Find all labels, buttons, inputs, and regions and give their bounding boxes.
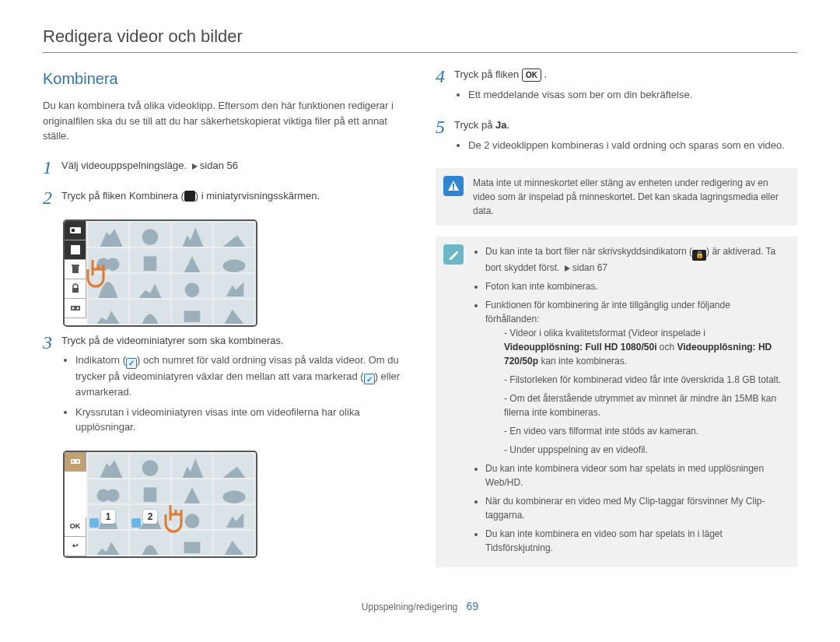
step-5-bold: Ja	[495, 119, 506, 131]
thumbnail-screen-2: OK ↩ 1 2	[63, 451, 257, 558]
step-5-bullet-1: De 2 videoklippen kombineras i vald ordn…	[468, 138, 797, 153]
note-bullet-4: Du kan inte kombinera videor som har spe…	[485, 461, 786, 489]
note-dash-4: En video vars filformat inte stöds av ka…	[504, 424, 786, 438]
step-number: 4	[436, 67, 454, 86]
page-title: Redigera videor och bilder	[43, 23, 797, 49]
arrow-right-icon	[192, 163, 198, 170]
footer-page-number: 69	[467, 600, 479, 612]
text: Du kan inte ta bort filer när skrivskydd…	[485, 246, 692, 257]
note-dash-3: Om det återstående utrymmet av minnet är…	[504, 391, 786, 419]
combine-tab-icon	[184, 191, 195, 202]
svg-rect-22	[144, 487, 157, 502]
section-heading: Kombinera	[43, 67, 404, 90]
steps-4-5: 4 Tryck på fliken OK . Ett meddelande vi…	[436, 67, 797, 157]
note-bullet-1: Du kan inte ta bort filer när skrivskydd…	[485, 244, 786, 275]
svg-rect-25	[184, 542, 201, 553]
selected-thumb-1: 1	[88, 505, 128, 529]
bold: Videoupplösning: Full HD 1080/50i	[504, 342, 656, 353]
step-number: 2	[43, 188, 61, 207]
step-5-before: Tryck på	[454, 119, 495, 131]
svg-rect-12	[144, 256, 157, 271]
side-tab-ok-button: OK	[65, 517, 86, 537]
step-5-after: .	[506, 119, 509, 131]
svg-point-13	[223, 259, 246, 272]
note-bullet-6: Du kan inte kombinera en video som har s…	[485, 527, 786, 555]
text: Videor i olika kvalitetsformat (Videor i…	[509, 328, 705, 339]
page-ref: sidan 67	[572, 262, 607, 273]
svg-point-18	[76, 460, 79, 462]
svg-rect-26	[453, 184, 454, 188]
step-4-bullet-1: Ett meddelande visas som ber om din bekr…	[468, 87, 797, 103]
step-number: 1	[43, 158, 61, 177]
right-column: 4 Tryck på fliken OK . Ett meddelande vi…	[436, 67, 797, 578]
lock-indicator-icon: 🔒	[692, 250, 706, 261]
side-tab-delete-icon	[65, 260, 86, 279]
step-1: 1 Välj videouppspelningsläge. sidan 56	[43, 158, 404, 178]
svg-point-24	[185, 514, 200, 528]
step-2-before: Tryck på fliken Kombinera (	[61, 190, 184, 202]
svg-rect-3	[72, 266, 79, 273]
check-badge-icon	[89, 518, 99, 528]
step-2-after: ) i miniatyrvisningsskärmen.	[195, 190, 320, 202]
intro-text: Du kan kombinera två olika videoklipp. E…	[43, 98, 404, 144]
step-3-wrapper: 3 Tryck på de videominiatyrer som ska ko…	[43, 333, 404, 440]
warning-icon	[443, 176, 464, 196]
step-4-before: Tryck på fliken	[454, 68, 522, 80]
step-1-pageref: sidan 56	[200, 160, 238, 171]
note-dash-5: Under uppspelning av en videofil.	[504, 443, 786, 457]
svg-point-21	[107, 489, 120, 502]
notes-box: Du kan inte ta bort filer när skrivskydd…	[436, 237, 797, 567]
svg-point-9	[142, 229, 159, 245]
step-number: 3	[43, 333, 61, 352]
svg-rect-2	[71, 245, 80, 254]
note-icon	[443, 244, 464, 265]
note-bullet-3: Funktionen för kombinering är inte tillg…	[485, 298, 786, 457]
svg-point-11	[107, 258, 120, 271]
svg-point-14	[185, 282, 200, 297]
side-tab-back-button: ↩	[65, 537, 86, 556]
svg-point-19	[142, 460, 159, 476]
text: Funktionen för kombinering är inte tillg…	[485, 300, 730, 325]
svg-point-17	[72, 460, 74, 462]
svg-rect-15	[184, 310, 201, 321]
ok-button-icon: OK	[522, 68, 541, 82]
steps-1-3: 1 Välj videouppspelningsläge. sidan 56 2…	[43, 158, 404, 209]
text: kan inte kombineras.	[538, 356, 627, 367]
step-3-bullet-1: Indikatorn (✓) och numret för vald ordni…	[75, 353, 404, 400]
svg-rect-4	[72, 265, 79, 266]
note-bullet-2: Foton kan inte kombineras.	[485, 279, 786, 293]
step-3: 3 Tryck på de videominiatyrer som ska ko…	[43, 333, 404, 440]
title-rule	[43, 52, 797, 53]
step-4: 4 Tryck på fliken OK . Ett meddelande vi…	[436, 67, 797, 107]
page-footer: Uppspelning/redigering 69	[43, 598, 797, 615]
svg-point-8	[76, 307, 79, 309]
step-3-bullet-2: Kryssrutan i videominiatyren visas inte …	[75, 405, 404, 435]
side-tab-combine-icon	[65, 452, 86, 472]
step-2: 2 Tryck på fliken Kombinera () i miniaty…	[43, 188, 404, 209]
arrow-right-icon	[565, 265, 570, 272]
step-4-after: .	[541, 68, 547, 80]
svg-rect-5	[72, 288, 79, 293]
note-bullet-5: När du kombinerar en video med My Clip-t…	[485, 494, 786, 522]
check-indicator-icon: ✓	[364, 374, 375, 384]
warning-box: Mata inte ut minneskortet eller stäng av…	[436, 168, 797, 226]
selected-thumb-2: 2	[130, 505, 170, 529]
check-indicator-icon: ✓	[126, 358, 137, 369]
note-dash-2: Filstorleken för kombinerad video får in…	[504, 373, 786, 387]
thumbnail-screen-1	[63, 219, 257, 327]
side-tab-protect-icon	[65, 279, 86, 299]
svg-point-7	[72, 307, 74, 309]
step-1-text: Välj videouppspelningsläge.	[61, 160, 187, 171]
note-dash-1: Videor i olika kvalitetsformat (Videor i…	[504, 326, 786, 368]
order-number-badge: 1	[101, 510, 115, 524]
svg-point-23	[223, 490, 246, 503]
svg-rect-27	[453, 188, 454, 190]
content-columns: Kombinera Du kan kombinera två olika vid…	[43, 67, 797, 578]
text: Indikatorn (	[75, 354, 126, 366]
warning-text: Mata inte ut minneskortet eller stäng av…	[473, 177, 779, 216]
step-5: 5 Tryck på Ja. De 2 videoklippen kombine…	[436, 118, 797, 157]
order-number-badge: 2	[143, 510, 157, 524]
side-tab-combine-icon	[65, 299, 86, 318]
side-tab-clip-icon	[65, 240, 86, 260]
side-tab-hd-icon	[65, 221, 86, 240]
